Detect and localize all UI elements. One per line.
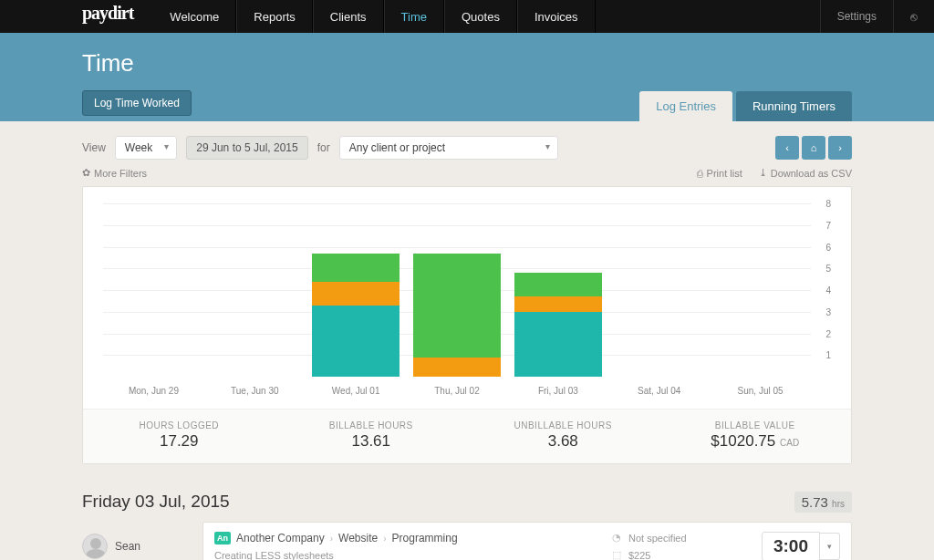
clock-icon: ◔: [612, 532, 623, 544]
nav-settings[interactable]: Settings: [820, 0, 893, 33]
chart-card: 12345678 Mon, Jun 29Tue, Jun 30Wed, Jul …: [82, 186, 852, 464]
top-nav: paydirt WelcomeReportsClientsTimeQuotesI…: [0, 0, 934, 33]
date-range[interactable]: 29 Jun to 5 Jul, 2015: [186, 136, 307, 160]
bar-col: [710, 203, 811, 377]
print-link[interactable]: ⎙Print list: [697, 168, 742, 179]
nav-quotes[interactable]: Quotes: [444, 0, 517, 33]
x-tick: Thu, Jul 02: [407, 380, 508, 409]
bar-segment-green: [413, 254, 500, 358]
page-title: Time: [82, 49, 852, 78]
avatar: [82, 534, 108, 559]
y-tick: 5: [825, 264, 831, 274]
duration-menu-button[interactable]: ▾: [820, 533, 840, 560]
logo: paydirt: [0, 0, 153, 33]
nav-time[interactable]: Time: [384, 0, 444, 33]
breadcrumb-part[interactable]: Another Company: [236, 532, 325, 544]
stat-value: 13.61: [275, 432, 468, 451]
print-icon: ⎙: [697, 168, 703, 179]
entry-duration[interactable]: 3:00: [762, 532, 820, 560]
prev-button[interactable]: ‹: [775, 136, 799, 160]
page-header: Time Log Time Worked Log Entries Running…: [0, 33, 934, 121]
more-filters-link[interactable]: ✿More Filters: [82, 167, 147, 179]
stat-label: BILLABLE VALUE: [659, 420, 852, 430]
logout-icon[interactable]: ⎋: [893, 0, 934, 33]
x-tick: Sat, Jul 04: [608, 380, 710, 409]
y-tick: 6: [825, 242, 831, 252]
entry-description: Creating LESS stylesheets: [214, 550, 599, 560]
day-header: Friday 03 Jul, 2015 5.73 hrs: [82, 492, 852, 513]
bar-segment-teal: [312, 306, 399, 377]
y-tick: 7: [825, 220, 831, 230]
bar-col: [407, 203, 508, 377]
stat-value: 17.29: [83, 432, 275, 451]
stats-row: HOURS LOGGED17.29BILLABLE HOURS13.61UNBI…: [83, 409, 851, 463]
breadcrumb-part[interactable]: Programming: [392, 532, 458, 544]
stat: UNBILLABLE HOURS3.68: [467, 410, 659, 463]
bar-col: [306, 203, 407, 377]
x-tick: Mon, Jun 29: [103, 380, 204, 409]
breadcrumb[interactable]: AnAnother Company›Website›Programming: [214, 532, 599, 544]
stat-label: HOURS LOGGED: [83, 420, 275, 430]
filter-toolbar: View Week 29 Jun to 5 Jul, 2015 for Any …: [82, 136, 852, 160]
home-button[interactable]: ⌂: [802, 136, 825, 160]
for-label: for: [317, 141, 330, 154]
view-label: View: [82, 141, 106, 154]
user-name: Sean: [115, 540, 140, 553]
bar-segment-orange: [413, 358, 500, 377]
money-icon: ⬚: [612, 549, 623, 560]
stat: HOURS LOGGED17.29: [83, 410, 275, 463]
bar-col: [103, 203, 204, 377]
stat: BILLABLE VALUE$1020.75 CAD: [659, 410, 852, 463]
download-csv-link[interactable]: ⤓Download as CSV: [759, 167, 852, 179]
gear-icon: ✿: [82, 167, 90, 179]
chevron-right-icon: ›: [383, 534, 386, 544]
nav-invoices[interactable]: Invoices: [517, 0, 596, 33]
stat-value: $1020.75 CAD: [659, 432, 852, 451]
bar-segment-orange: [312, 282, 399, 306]
client-badge: An: [214, 532, 231, 544]
bar-col: [608, 203, 710, 377]
nav-reports[interactable]: Reports: [236, 0, 313, 33]
x-axis: Mon, Jun 29Tue, Jun 30Wed, Jul 01Thu, Ju…: [103, 380, 811, 409]
day-title: Friday 03 Jul, 2015: [82, 492, 230, 512]
entry-meta: ◔Not specified⬚$225: [612, 532, 749, 560]
client-select[interactable]: Any client or project: [339, 136, 558, 160]
chevron-right-icon: ›: [330, 534, 333, 544]
tab-log-entries[interactable]: Log Entries: [639, 91, 732, 121]
x-tick: Tue, Jun 30: [204, 380, 306, 409]
tabs: Log Entries Running Timers: [639, 91, 852, 121]
sub-toolbar: ✿More Filters ⎙Print list ⤓Download as C…: [82, 167, 852, 179]
nav-welcome[interactable]: Welcome: [153, 0, 236, 33]
y-tick: 8: [825, 199, 831, 209]
stat-label: BILLABLE HOURS: [275, 420, 468, 430]
x-tick: Wed, Jul 01: [306, 380, 407, 409]
next-button[interactable]: ›: [828, 136, 852, 160]
time-entry: SeanAnAnother Company›Website›Programmin…: [82, 522, 852, 560]
y-tick: 2: [825, 328, 831, 338]
stat: BILLABLE HOURS13.61: [275, 410, 468, 463]
bar-segment-green: [312, 254, 399, 282]
nav-clients[interactable]: Clients: [313, 0, 384, 33]
y-tick: 3: [825, 306, 831, 316]
bar-segment-orange: [514, 296, 601, 312]
stat-label: UNBILLABLE HOURS: [467, 420, 659, 430]
y-tick: 4: [825, 285, 831, 296]
hours-chart: 12345678: [103, 203, 831, 377]
bar-col: [204, 203, 306, 377]
download-icon: ⤓: [759, 167, 767, 179]
entry-when: Not specified: [628, 533, 687, 544]
view-select[interactable]: Week: [115, 136, 177, 160]
breadcrumb-part[interactable]: Website: [338, 532, 378, 544]
log-time-button[interactable]: Log Time Worked: [82, 90, 192, 116]
day-total: 5.73 hrs: [794, 492, 852, 513]
bar-col: [507, 203, 608, 377]
x-tick: Sun, Jul 05: [710, 380, 811, 409]
y-tick: 1: [825, 350, 831, 360]
stat-value: 3.68: [467, 432, 659, 451]
bar-segment-green: [514, 273, 601, 296]
x-tick: Fri, Jul 03: [507, 380, 608, 409]
tab-running-timers[interactable]: Running Timers: [736, 91, 852, 121]
entry-amount: $225: [628, 550, 650, 561]
bar-segment-teal: [514, 312, 601, 377]
